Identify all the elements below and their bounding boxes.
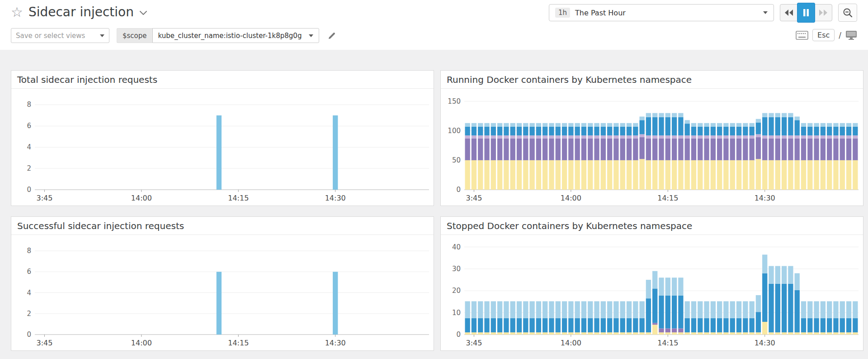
- views-select[interactable]: Save or select views: [11, 28, 109, 43]
- svg-text:3:45: 3:45: [36, 194, 52, 202]
- caret-down-icon: [309, 34, 313, 37]
- title-row: ☆ Sidecar injection: [11, 5, 147, 19]
- svg-text:150: 150: [448, 97, 461, 105]
- scope-toolbar: Save or select views $scope kube_cluster…: [0, 28, 868, 43]
- svg-text:14:15: 14:15: [228, 194, 249, 202]
- pause-button[interactable]: [797, 3, 815, 23]
- chevron-down-icon[interactable]: [139, 9, 147, 17]
- zoom-out-button[interactable]: [838, 4, 857, 22]
- svg-text:30: 30: [452, 265, 461, 273]
- svg-text:14:00: 14:00: [561, 339, 581, 347]
- svg-text:0: 0: [456, 186, 461, 194]
- svg-text:3:45: 3:45: [466, 339, 482, 347]
- pencil-icon: [327, 31, 336, 40]
- rewind-button[interactable]: [780, 5, 797, 21]
- caret-down-icon: [100, 34, 104, 37]
- time-range-selector[interactable]: 1h The Past Hour: [549, 4, 774, 21]
- svg-text:14:15: 14:15: [228, 339, 249, 347]
- pause-icon: [802, 9, 810, 17]
- scope-template-variable: $scope kube_cluster_name:istio-cluster-1…: [117, 28, 336, 43]
- rewind-icon: [784, 9, 794, 17]
- monitor-icon[interactable]: [845, 30, 857, 40]
- svg-text:14:15: 14:15: [657, 339, 678, 347]
- panel-running-docker-containers: Running Docker containers by Kubernetes …: [440, 70, 863, 206]
- svg-text:4: 4: [27, 143, 31, 151]
- scope-variable-label: $scope: [117, 28, 152, 43]
- svg-text:14:00: 14:00: [131, 194, 152, 202]
- chart-successful-sidecar-injection-requests[interactable]: 024683:4514:0014:1514:30: [11, 235, 434, 350]
- keyboard-icon: [796, 31, 808, 40]
- svg-text:2: 2: [27, 164, 31, 172]
- svg-text:10: 10: [452, 309, 461, 317]
- svg-text:0: 0: [456, 330, 461, 339]
- playback-controls: [780, 4, 832, 21]
- shortcut-hints: Esc /: [796, 29, 857, 41]
- svg-text:8: 8: [27, 247, 31, 255]
- svg-text:14:30: 14:30: [325, 339, 346, 347]
- chart-total-sidecar-injection-requests[interactable]: 024683:4514:0014:1514:30: [11, 89, 434, 205]
- chart-stopped-docker-containers[interactable]: 0102030403:4514:0014:1514:30: [441, 235, 863, 350]
- views-select-placeholder: Save or select views: [16, 32, 85, 40]
- fast-forward-button[interactable]: [815, 5, 832, 21]
- svg-text:14:15: 14:15: [657, 194, 678, 202]
- time-controls: 1h The Past Hour: [549, 4, 857, 22]
- chart-running-docker-containers[interactable]: 0501001503:4514:0014:1514:30: [441, 89, 863, 205]
- svg-text:100: 100: [448, 127, 461, 135]
- svg-text:14:30: 14:30: [325, 194, 346, 202]
- svg-text:6: 6: [27, 122, 31, 130]
- star-icon[interactable]: ☆: [11, 5, 23, 19]
- dashboard-grid: Total sidecar injection requests 024683:…: [0, 50, 868, 359]
- chart-title: Successful sidecar injection requests: [11, 217, 434, 235]
- svg-text:14:00: 14:00: [561, 194, 581, 202]
- zoom-out-icon: [842, 7, 853, 18]
- svg-text:3:45: 3:45: [36, 339, 52, 347]
- scope-value-selector[interactable]: kube_cluster_name:istio-cluster-1k8p8g0g: [152, 28, 320, 43]
- panel-successful-sidecar-injection-requests: Successful sidecar injection requests 02…: [11, 216, 434, 351]
- svg-text:50: 50: [452, 156, 461, 164]
- time-range-label: The Past Hour: [575, 9, 626, 17]
- caret-down-icon: [763, 11, 768, 14]
- svg-text:14:30: 14:30: [755, 339, 775, 347]
- chart-title: Stopped Docker containers by Kubernetes …: [441, 217, 863, 235]
- chart-title: Running Docker containers by Kubernetes …: [441, 71, 863, 89]
- successful-sidecar-injection-requests-canvas[interactable]: 024683:4514:0014:1514:30: [11, 235, 434, 350]
- scope-value-text: kube_cluster_name:istio-cluster-1k8p8g0g: [158, 32, 302, 40]
- panel-total-sidecar-injection-requests: Total sidecar injection requests 024683:…: [11, 70, 434, 206]
- svg-text:14:30: 14:30: [755, 194, 775, 202]
- panel-stopped-docker-containers: Stopped Docker containers by Kubernetes …: [440, 216, 863, 351]
- svg-text:2: 2: [27, 310, 31, 318]
- svg-text:20: 20: [452, 287, 461, 295]
- svg-text:0: 0: [27, 186, 31, 194]
- svg-text:8: 8: [27, 101, 31, 109]
- svg-text:14:00: 14:00: [131, 339, 152, 347]
- chart-title: Total sidecar injection requests: [11, 71, 434, 89]
- svg-text:0: 0: [27, 330, 31, 339]
- svg-text:6: 6: [27, 268, 31, 276]
- svg-text:3:45: 3:45: [466, 194, 482, 202]
- page-title: Sidecar injection: [28, 5, 134, 19]
- slash-shortcut: /: [839, 31, 841, 40]
- svg-text:4: 4: [27, 289, 31, 297]
- stopped-docker-containers-canvas[interactable]: 0102030403:4514:0014:1514:30: [441, 235, 863, 350]
- svg-text:40: 40: [452, 243, 461, 251]
- fast-forward-icon: [818, 9, 828, 17]
- time-range-badge: 1h: [555, 8, 570, 18]
- edit-scope-button[interactable]: [327, 28, 336, 43]
- esc-key[interactable]: Esc: [812, 29, 835, 41]
- running-docker-containers-canvas[interactable]: 0501001503:4514:0014:1514:30: [441, 89, 863, 205]
- total-sidecar-injection-requests-canvas[interactable]: 024683:4514:0014:1514:30: [11, 89, 434, 205]
- dashboard-header: ☆ Sidecar injection 1h The Past Hour: [0, 0, 868, 50]
